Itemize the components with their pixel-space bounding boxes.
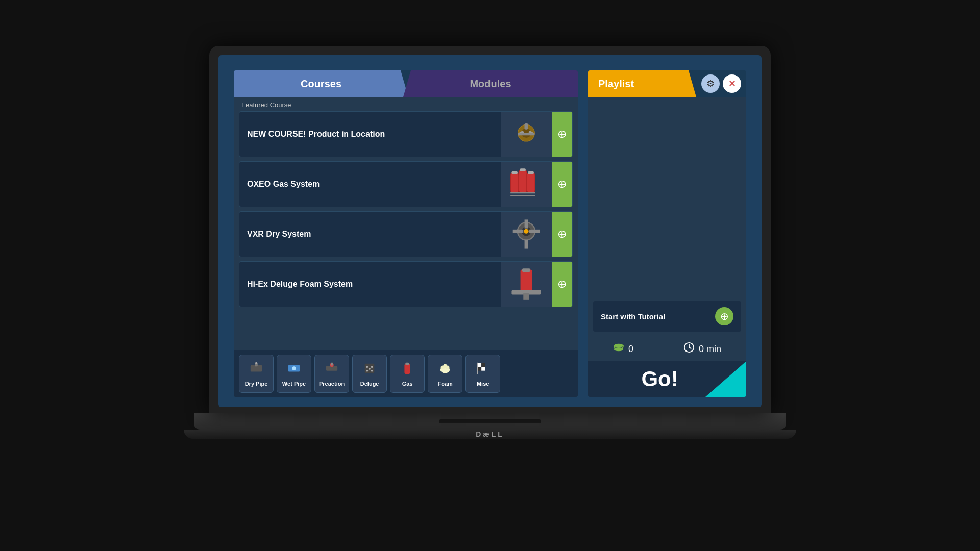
close-icon: ✕ [728, 78, 736, 89]
course-item[interactable]: Hi-Ex Deluge Foam System [239, 261, 573, 307]
modules-count: 0 [628, 344, 633, 355]
category-label: Wet Pipe [282, 381, 306, 387]
time-icon [683, 342, 695, 356]
course-add-button[interactable]: ⊕ [552, 161, 572, 207]
category-label: Gas [402, 381, 413, 387]
svg-rect-45 [478, 363, 481, 366]
playlist-item[interactable]: Start with Tutorial ⊕ [593, 301, 741, 332]
playlist-body: Start with Tutorial ⊕ [588, 97, 746, 337]
playlist-item-title: Start with Tutorial [601, 312, 710, 321]
course-title: NEW COURSE! Product in Location [239, 130, 501, 139]
svg-line-55 [689, 347, 691, 348]
go-label: Go! [641, 367, 678, 391]
laptop-shell: Courses Modules Featured Course NEW COUR… [184, 46, 796, 505]
left-panel: Courses Modules Featured Course NEW COUR… [234, 70, 578, 397]
playlist-stats: 0 0 min [588, 337, 746, 361]
categories-row: Dry Pipe Wet Pipe [234, 350, 578, 397]
screen-bezel: Courses Modules Featured Course NEW COUR… [209, 46, 771, 413]
category-label: Foam [437, 381, 452, 387]
course-image [501, 111, 552, 157]
category-label: Deluge [360, 381, 379, 387]
laptop-screen: Courses Modules Featured Course NEW COUR… [218, 55, 762, 407]
main-layout: Courses Modules Featured Course NEW COUR… [234, 70, 746, 397]
gas-icon [400, 361, 414, 379]
svg-rect-7 [519, 169, 527, 193]
svg-rect-32 [331, 362, 333, 365]
course-title: Hi-Ex Deluge Foam System [239, 280, 501, 289]
svg-rect-10 [520, 168, 525, 171]
category-label: Preaction [319, 381, 345, 387]
svg-rect-19 [529, 230, 540, 233]
time-label: 0 min [699, 344, 721, 355]
go-button[interactable]: Go! [588, 361, 746, 397]
close-button[interactable]: ✕ [723, 74, 741, 93]
tab-modules[interactable]: Modules [403, 70, 578, 97]
settings-button[interactable]: ⚙ [701, 74, 720, 93]
svg-rect-16 [525, 219, 528, 228]
course-add-button[interactable]: ⊕ [552, 261, 572, 307]
svg-rect-17 [525, 240, 528, 248]
course-item[interactable]: VXR Dry System [239, 211, 573, 257]
svg-point-37 [371, 369, 373, 371]
svg-point-38 [369, 368, 371, 370]
svg-rect-47 [478, 367, 481, 370]
svg-rect-9 [511, 171, 517, 174]
svg-point-36 [366, 369, 369, 371]
category-wet-pipe[interactable]: Wet Pipe [277, 355, 311, 393]
course-item[interactable]: OXEO Gas System [239, 161, 573, 207]
foam-icon [438, 361, 452, 379]
playlist-controls: ⚙ ✕ [696, 74, 746, 93]
deluge-icon [362, 361, 377, 379]
svg-rect-6 [510, 172, 519, 193]
svg-rect-8 [527, 172, 535, 193]
svg-rect-50 [477, 362, 478, 373]
svg-point-27 [255, 362, 257, 364]
wet-pipe-icon [287, 361, 301, 379]
svg-rect-24 [523, 293, 529, 300]
category-label: Dry Pipe [245, 381, 268, 387]
category-dry-pipe[interactable]: Dry Pipe [239, 355, 274, 393]
svg-rect-5 [518, 133, 535, 136]
svg-rect-39 [405, 363, 410, 374]
laptop-hinge [439, 419, 541, 423]
svg-rect-46 [481, 363, 485, 366]
tab-courses[interactable]: Courses [234, 70, 408, 97]
category-preaction[interactable]: Preaction [314, 355, 349, 393]
settings-icon: ⚙ [706, 78, 715, 89]
category-deluge[interactable]: Deluge [352, 355, 387, 393]
course-image [501, 211, 552, 257]
svg-point-29 [292, 366, 296, 370]
svg-rect-11 [528, 171, 533, 174]
tabs-row: Courses Modules [234, 70, 578, 97]
course-add-button[interactable]: ⊕ [552, 111, 572, 157]
course-image [501, 261, 552, 307]
category-foam[interactable]: Foam [428, 355, 462, 393]
category-gas[interactable]: Gas [390, 355, 425, 393]
svg-point-34 [366, 366, 369, 368]
modules-stat: 0 [613, 342, 633, 356]
svg-point-35 [371, 366, 373, 368]
category-misc[interactable]: Misc [465, 355, 500, 393]
course-add-button[interactable]: ⊕ [552, 211, 572, 257]
svg-point-52 [614, 347, 623, 351]
course-title: OXEO Gas System [239, 180, 501, 189]
playlist-tab[interactable]: Playlist [588, 70, 696, 97]
svg-rect-22 [522, 268, 530, 272]
misc-icon [476, 361, 490, 379]
svg-rect-40 [405, 362, 409, 365]
courses-list: NEW COURSE! Product in Location [234, 111, 578, 350]
dry-pipe-icon [249, 361, 263, 379]
laptop-base [194, 413, 786, 430]
course-item[interactable]: NEW COURSE! Product in Location [239, 111, 573, 157]
preaction-icon [325, 361, 339, 379]
svg-point-44 [443, 364, 447, 367]
category-label: Misc [477, 381, 489, 387]
svg-rect-48 [481, 367, 485, 370]
content-area: Featured Course NEW COURSE! Product in L… [234, 97, 578, 397]
app-container: Courses Modules Featured Course NEW COUR… [218, 55, 762, 407]
course-image [501, 161, 552, 207]
featured-label: Featured Course [234, 97, 578, 111]
dell-logo: DæLL [476, 430, 504, 438]
modules-icon [613, 342, 624, 356]
playlist-add-button[interactable]: ⊕ [715, 307, 733, 325]
